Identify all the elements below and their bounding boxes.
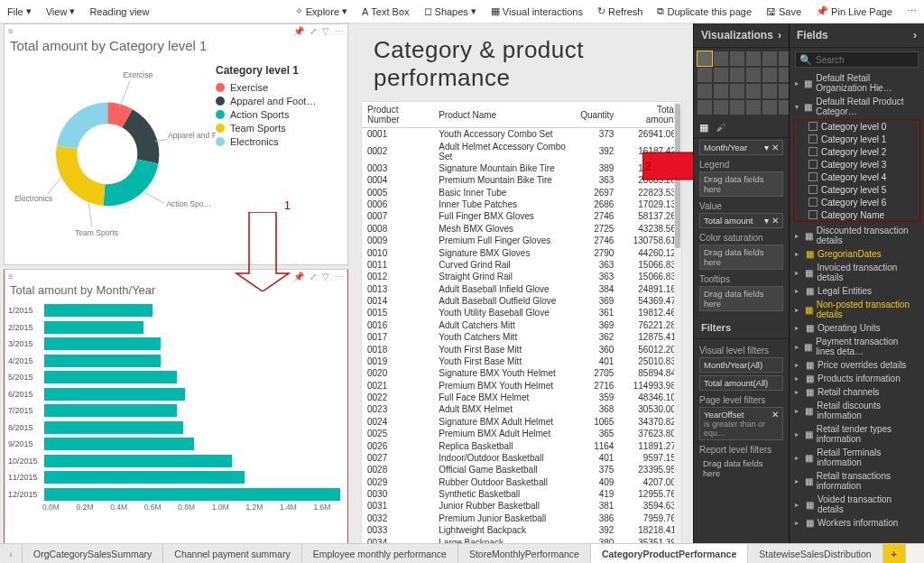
tab-add[interactable]: + (883, 544, 906, 563)
table-row[interactable]: 0029Rubber Outdoor Basketball4094207.00 (362, 476, 681, 488)
field-table[interactable]: ▸▦GregorianDates (791, 247, 922, 261)
table-row[interactable]: 0028Official Game Basketball37523395.95 (362, 464, 681, 475)
table-row[interactable]: 0032Premium Junior Basketball3867959.76 (362, 512, 681, 524)
viz-type-icon[interactable] (746, 51, 761, 66)
legend-item[interactable]: Exercise (216, 82, 316, 93)
page-tab[interactable]: StoreMonthlyPerformance (458, 544, 591, 563)
field-table[interactable]: ▸▦Price overrides details (791, 358, 922, 372)
field-table[interactable]: ▸▦Retail tender types information (791, 422, 922, 446)
table-row[interactable]: 0011Curved Grind Rail36315066.83 (362, 259, 681, 271)
value-well[interactable]: Total amount▾ ✕ (699, 213, 783, 228)
focus-icon[interactable]: ⤢ (310, 272, 317, 282)
table-row[interactable]: 0009Premium Full Finger Gloves2746130758… (362, 235, 681, 246)
more-menu[interactable]: ⋯ (907, 5, 917, 17)
page-tab[interactable]: CategoryProductPerformance (591, 544, 748, 563)
field-item[interactable]: Category level 2 (807, 145, 919, 158)
view-menu[interactable]: View ▾ (46, 5, 76, 17)
page-tab[interactable]: Channel payment summary (163, 544, 301, 563)
viz-type-icon[interactable] (746, 84, 761, 98)
bar-chart[interactable]: 1/20152/20153/20154/20155/20156/20157/20… (5, 299, 347, 503)
field-item[interactable]: Category Name (807, 208, 919, 221)
duplicate-page-button[interactable]: ⧉ Duplicate this page (657, 5, 752, 17)
table-header[interactable]: Product Name (433, 102, 575, 128)
field-table[interactable]: ▸▦Operating Units (791, 321, 922, 335)
viz-type-icon[interactable] (746, 68, 761, 82)
field-table[interactable]: ▸▦Retail transactions information (791, 469, 922, 493)
page-tab[interactable]: OrgCategorySalesSummary (23, 544, 163, 563)
table-row[interactable]: 0002Adult Helmet Accessory Combo Set3921… (362, 140, 681, 162)
table-row[interactable]: 0021Premium BMX Youth Helmet2716114993.9… (362, 380, 681, 392)
format-tab-icon[interactable]: 🖌 (716, 122, 725, 134)
table-row[interactable]: 0019Youth First Base Mitt40125010.83 (362, 355, 681, 367)
reading-view-button[interactable]: Reading view (89, 6, 149, 17)
page-filter-1[interactable]: YearOffset✕ is greater than or equ… (699, 407, 783, 440)
legend-item[interactable]: Apparel and Foot… (216, 96, 316, 106)
product-table[interactable]: Product NumberProduct NameQuantityTotal … (362, 102, 681, 543)
field-item[interactable]: Category level 0 (807, 120, 919, 133)
visual-filter-2[interactable]: Total amount(All) (699, 375, 783, 391)
page-tab[interactable]: Employee monthly performance (302, 544, 458, 563)
fields-search-input[interactable] (816, 55, 914, 65)
save-button[interactable]: 🖫 Save (766, 6, 801, 17)
viz-type-icon[interactable] (730, 68, 744, 82)
viz-type-icon[interactable] (762, 100, 777, 115)
tab-prev[interactable]: ‹ (0, 544, 23, 563)
table-header[interactable]: Quantity (575, 102, 619, 128)
field-table[interactable]: ▸▦Retail discounts information (791, 399, 922, 422)
table-row[interactable]: 0022Full Face BMX Helmet35948346.10 (362, 392, 681, 403)
fields-search[interactable]: 🔍 (795, 51, 919, 68)
table-row[interactable]: 0001Youth Accessory Combo Set37326941.06 (362, 128, 681, 141)
viz-type-icon[interactable] (698, 84, 712, 98)
legend-item[interactable]: Team Sports (216, 123, 316, 134)
field-table[interactable]: ▸▦Voided transaction details (791, 493, 922, 516)
viz-type-icon[interactable] (714, 84, 728, 98)
table-row[interactable]: 0030Synthetic Basketball41912955.76 (362, 488, 681, 500)
field-item[interactable]: Category level 3 (807, 158, 919, 171)
viz-type-icon[interactable] (730, 100, 744, 115)
table-row[interactable]: 0005Basic Inner Tube269722823.53 (362, 187, 681, 198)
field-table[interactable]: ▸▦Discounted transaction details (791, 224, 922, 247)
pin-icon[interactable]: 📌 (293, 272, 304, 282)
table-header[interactable]: Total amount (619, 102, 681, 128)
tooltips-well[interactable]: Drag data fields here (699, 286, 783, 311)
table-row[interactable]: 0024Signature BMX Adult Helmet106534370.… (362, 416, 681, 428)
viz-type-icon[interactable] (762, 68, 777, 82)
field-table[interactable]: ▸▦Payment transaction lines deta… (791, 335, 922, 358)
table-row[interactable]: 0014Adult Baseball Outfield Glove3695436… (362, 295, 681, 307)
viz-type-icon[interactable] (714, 100, 728, 115)
viz-type-icon[interactable] (746, 100, 761, 115)
table-row[interactable]: 0034Large Backpack38035351.39 (362, 536, 681, 543)
explore-menu[interactable]: ✧ Explore ▾ (295, 5, 347, 17)
filter-icon[interactable]: ▽ (322, 272, 329, 282)
table-row[interactable]: 0017Youth Catchers Mitt36212875.41 (362, 331, 681, 343)
table-row[interactable]: 0023Adult BMX Helmet36830530.00 (362, 403, 681, 415)
viz-type-icon[interactable] (714, 51, 728, 66)
table-row[interactable]: 0013Adult Baseball Infield Glove38424891… (362, 283, 681, 295)
visual-filter-1[interactable]: Month/Year(All) (699, 357, 783, 373)
drag-handle-icon[interactable]: ≡ (8, 26, 14, 36)
report-filter-well[interactable]: Drag data fields here (699, 457, 783, 480)
legend-well[interactable]: Drag data fields here (699, 171, 783, 197)
table-row[interactable]: 0015Youth Utility Baseball Glove36119812… (362, 307, 681, 318)
more-icon[interactable]: ⋯ (335, 26, 344, 36)
table-row[interactable]: 0027Indoor/Outdoor Basketball4019597.15 (362, 452, 681, 464)
collapse-icon[interactable]: › (778, 29, 781, 42)
viz-type-icon[interactable] (698, 68, 712, 82)
field-table[interactable]: ▸▦Non-posted transaction details (791, 298, 922, 321)
field-item[interactable]: Category level 5 (807, 183, 919, 196)
file-menu[interactable]: File ▾ (7, 5, 32, 17)
table-row[interactable]: 0025Premium BMX Adult Helmet36537623.80 (362, 428, 681, 439)
table-row[interactable]: 0016Adult Catchers Mitt36976221.28 (362, 319, 681, 331)
table-row[interactable]: 0012Straight Grind Rail36315066.83 (362, 271, 681, 282)
pin-icon[interactable]: 📌 (293, 26, 304, 36)
table-row[interactable]: 0026Replica Basketball116411891.27 (362, 439, 681, 451)
field-table[interactable]: ▸▦Default Retail Organization Hie… (791, 71, 922, 95)
donut-chart[interactable]: Exercise Apparel and Foo… Action Spo… Te… (8, 55, 216, 245)
viz-type-icon[interactable] (698, 100, 712, 115)
table-row[interactable]: 0006Inner Tube Patches268617029.13 (362, 198, 681, 210)
fields-tab-icon[interactable]: ▦ (699, 122, 708, 134)
table-row[interactable]: 0031Junior Rubber Basketball3813594.63 (362, 500, 681, 512)
collapse-icon[interactable]: › (913, 29, 917, 42)
viz-type-icon[interactable] (730, 51, 744, 66)
table-row[interactable]: 0004Premium Mountain Bike Tire36320605.2… (362, 174, 681, 186)
